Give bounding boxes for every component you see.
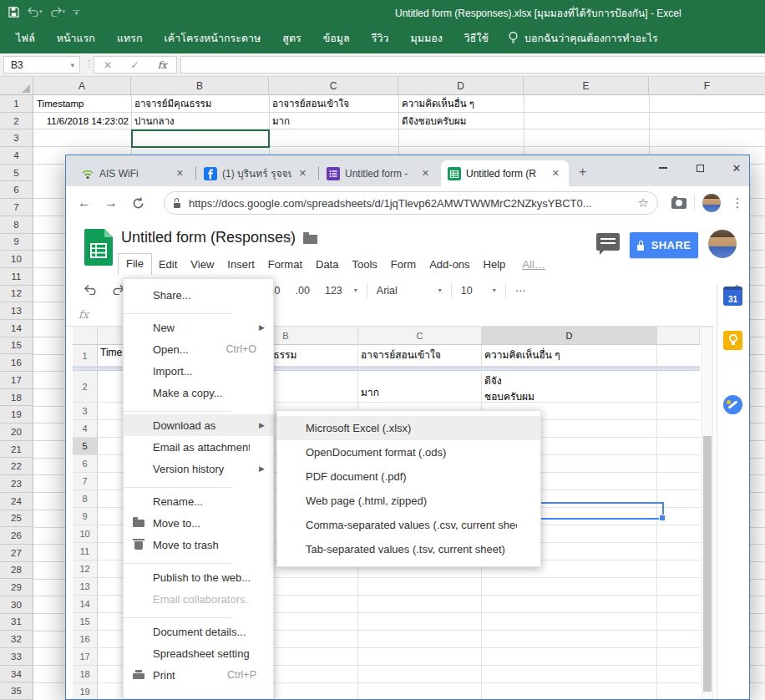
file-menu-item[interactable]: Spreadsheet settings... ▶ bbox=[124, 642, 273, 664]
document-title[interactable]: Untitled form (Responses) bbox=[121, 229, 296, 246]
column-header-b[interactable]: B bbox=[131, 77, 269, 95]
menu-format[interactable]: Format bbox=[261, 255, 309, 274]
row-number[interactable]: 6 bbox=[0, 181, 33, 199]
tab-close-icon[interactable]: ✕ bbox=[419, 167, 432, 180]
row-number[interactable]: 9 bbox=[0, 234, 33, 251]
excel-tab-formulas[interactable]: สูตร bbox=[271, 23, 312, 53]
row-number[interactable]: 19 bbox=[73, 683, 98, 700]
row-number[interactable]: 11 bbox=[73, 543, 98, 561]
menu-view[interactable]: View bbox=[184, 255, 220, 274]
tab-close-icon[interactable]: ✕ bbox=[296, 167, 309, 180]
row-number[interactable]: 8 bbox=[73, 490, 98, 508]
column-header-d-selected[interactable]: D bbox=[482, 327, 657, 345]
row-number[interactable]: 22 bbox=[0, 458, 33, 475]
cell[interactable] bbox=[657, 403, 700, 420]
file-menu-item[interactable]: ▶ bbox=[124, 610, 273, 621]
cell-d2[interactable]: ดีจัง ชอบครับผม bbox=[482, 371, 657, 403]
window-maximize-button[interactable] bbox=[686, 155, 714, 180]
file-menu-item[interactable]: Download as ▶ bbox=[124, 414, 273, 436]
row-number[interactable]: 3 bbox=[0, 129, 33, 147]
row-number[interactable]: 4 bbox=[73, 420, 98, 438]
cell[interactable] bbox=[358, 683, 482, 700]
column-header-f[interactable]: F bbox=[649, 77, 765, 95]
row-number[interactable]: 25 bbox=[0, 510, 33, 528]
cell-c2[interactable]: มาก bbox=[272, 113, 290, 129]
row-number[interactable]: 11 bbox=[0, 268, 33, 286]
column-header-e[interactable]: E bbox=[524, 77, 649, 95]
submenu-item[interactable]: Tab-separated values (.tsv, current shee… bbox=[277, 537, 540, 561]
row-number[interactable]: 35 bbox=[0, 682, 33, 700]
row-number[interactable]: 1 bbox=[73, 345, 98, 367]
reload-icon[interactable] bbox=[128, 193, 148, 213]
google-keep-icon[interactable] bbox=[723, 331, 742, 350]
cell-a1[interactable]: Timestamp bbox=[37, 95, 84, 112]
font-family-select[interactable]: Arial▾ bbox=[369, 285, 449, 297]
row-number[interactable]: 1 bbox=[0, 95, 33, 113]
file-menu-item[interactable]: ▶ bbox=[124, 306, 273, 317]
cell[interactable] bbox=[482, 648, 657, 666]
row-number[interactable]: 16 bbox=[0, 354, 33, 372]
file-menu-item[interactable]: Import... ▶ bbox=[124, 360, 273, 382]
menu-data[interactable]: Data bbox=[309, 255, 345, 274]
more-toolbar-options-button[interactable]: ⋯ bbox=[508, 284, 534, 297]
window-close-button[interactable]: ✕ bbox=[722, 155, 750, 180]
file-menu-item[interactable]: Document details... ▶ bbox=[124, 621, 273, 642]
file-menu-item[interactable]: Move to... ▶ bbox=[124, 512, 273, 534]
row-number[interactable]: 28 bbox=[0, 562, 33, 580]
save-icon[interactable] bbox=[8, 7, 19, 18]
browser-menu-icon[interactable]: ⋮ bbox=[727, 193, 747, 213]
number-format-button[interactable]: 123▾ bbox=[317, 285, 365, 297]
row-number[interactable]: 5 bbox=[73, 438, 98, 455]
cell[interactable] bbox=[482, 613, 657, 631]
file-menu-item[interactable]: Publish to the web... ▶ bbox=[124, 566, 273, 588]
save-status-link[interactable]: All… bbox=[515, 255, 551, 274]
row-number[interactable]: 16 bbox=[73, 631, 98, 648]
row-number[interactable]: 27 bbox=[0, 545, 33, 562]
sheets-logo[interactable] bbox=[84, 229, 113, 269]
google-calendar-icon[interactable]: 31 bbox=[723, 287, 742, 306]
excel-tab-page-layout[interactable]: เค้าโครงหน้ากระดาษ bbox=[154, 23, 272, 53]
row-number[interactable]: 7 bbox=[0, 199, 33, 216]
new-tab-button[interactable]: + bbox=[579, 165, 586, 179]
row-number[interactable]: 6 bbox=[73, 455, 98, 473]
select-all-corner[interactable] bbox=[0, 77, 33, 95]
cell[interactable] bbox=[358, 613, 482, 631]
row-number[interactable]: 8 bbox=[0, 216, 33, 234]
column-header-e[interactable] bbox=[657, 327, 700, 345]
submenu-item[interactable]: Web page (.html, zipped) ▶ bbox=[277, 489, 540, 513]
row-number[interactable]: 9 bbox=[73, 508, 98, 525]
row-number[interactable]: 26 bbox=[0, 527, 33, 545]
file-menu-item[interactable]: Print Ctrl+P ▶ bbox=[124, 664, 273, 686]
file-menu-item[interactable]: ▶ bbox=[124, 555, 273, 566]
row-number[interactable]: 4 bbox=[0, 147, 33, 165]
cell-d2[interactable]: ดีจังชอบครับผม bbox=[402, 113, 466, 129]
tab-google-sheets-active[interactable]: Untitled form (R ✕ bbox=[441, 160, 569, 186]
cell-c2[interactable]: มาก bbox=[358, 371, 482, 403]
row-number[interactable]: 24 bbox=[0, 493, 33, 510]
file-menu-item[interactable]: Share... ▶ bbox=[124, 284, 273, 306]
file-menu-item[interactable]: Make a copy... ▶ bbox=[124, 382, 273, 403]
row-number[interactable]: 15 bbox=[0, 337, 33, 355]
row-number[interactable]: 7 bbox=[73, 473, 98, 490]
browser-profile-avatar[interactable] bbox=[702, 194, 721, 212]
file-menu-item[interactable]: Version history ▶ bbox=[124, 458, 273, 479]
row-number[interactable]: 29 bbox=[0, 579, 33, 596]
cell[interactable] bbox=[358, 578, 482, 596]
cell[interactable] bbox=[657, 525, 700, 543]
row-number[interactable]: 30 bbox=[0, 596, 33, 614]
column-header-c[interactable]: C bbox=[269, 77, 398, 95]
column-header-c[interactable]: C bbox=[358, 327, 482, 345]
cell[interactable] bbox=[358, 648, 482, 666]
cell[interactable] bbox=[657, 543, 700, 561]
excel-tab-help[interactable]: วิธีใช้ bbox=[453, 23, 499, 53]
file-menu-item[interactable]: ▶ bbox=[124, 479, 273, 490]
increase-decimal-button[interactable]: .00 bbox=[288, 285, 317, 297]
cell[interactable] bbox=[482, 596, 657, 613]
cell[interactable] bbox=[482, 578, 657, 596]
cell-d1[interactable]: ความคิดเห็นอื่น ๆ bbox=[402, 95, 474, 112]
excel-tab-home[interactable]: หน้าแรก bbox=[46, 23, 106, 53]
row-number[interactable]: 13 bbox=[0, 302, 33, 320]
excel-tab-data[interactable]: ข้อมูล bbox=[312, 23, 361, 53]
row-number[interactable]: 10 bbox=[0, 251, 33, 268]
url-text[interactable]: https://docs.google.com/spreadsheets/d/1… bbox=[189, 197, 633, 210]
